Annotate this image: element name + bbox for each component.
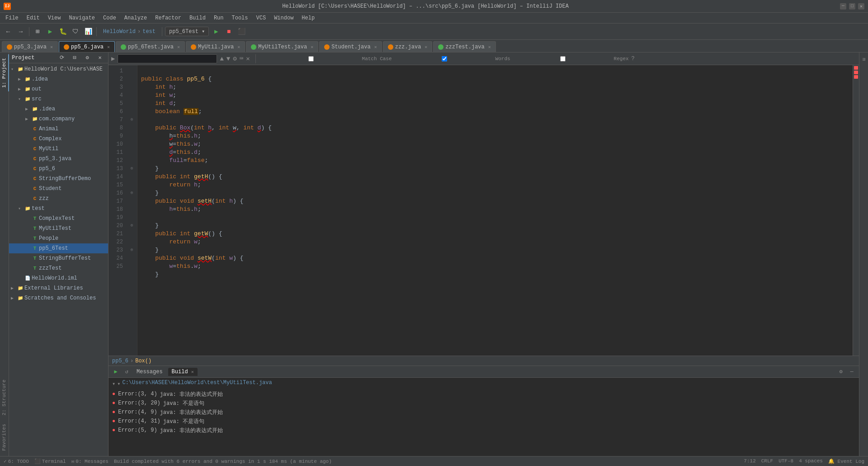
menu-view[interactable]: View xyxy=(44,14,65,22)
indent[interactable]: 4 spaces xyxy=(799,458,823,464)
fold-arrow-7[interactable]: ⊕ xyxy=(127,116,136,124)
fold-arrow-16[interactable]: ⊕ xyxy=(127,189,136,197)
tree-item-complex[interactable]: C Complex xyxy=(9,134,108,144)
words-checkbox[interactable] xyxy=(395,56,494,62)
tree-item-zzz[interactable]: C zzz xyxy=(9,194,108,204)
run-bottom-button[interactable]: ▶ xyxy=(111,367,120,376)
breadcrumb-method[interactable]: Box() xyxy=(135,358,151,364)
tree-item-helloworld-iml[interactable]: 📄 HelloWorld.iml xyxy=(9,273,108,283)
tree-item-student[interactable]: C Student xyxy=(9,184,108,194)
tree-item-idea[interactable]: ▶ 📁 .idea xyxy=(9,74,108,84)
search-close-button[interactable]: ✕ xyxy=(246,55,250,62)
tab-pp5-6test-java[interactable]: pp5_6Test.java ✕ xyxy=(116,41,185,52)
match-case-checkbox[interactable] xyxy=(261,56,361,62)
run-config-debug[interactable]: ⬛ xyxy=(236,26,247,37)
menu-vcs[interactable]: VCS xyxy=(253,14,270,22)
project-tab-button[interactable]: 1: Project xyxy=(0,54,9,91)
tree-item-scratches[interactable]: ▶ 📁 Scratches and Consoles xyxy=(9,293,108,303)
menu-navigate[interactable]: Navigate xyxy=(65,14,99,22)
structure-tab-button[interactable]: 2: Structure xyxy=(0,376,9,419)
menu-file[interactable]: File xyxy=(2,14,22,22)
run-config-run[interactable]: ▶ xyxy=(211,26,222,37)
menu-analyze[interactable]: Analyze xyxy=(121,14,151,22)
menu-refactor[interactable]: Refactor xyxy=(151,14,185,22)
words-option[interactable]: Words xyxy=(395,56,510,62)
tree-item-stringbufferdemo[interactable]: C StringBufferDemo xyxy=(9,174,108,184)
run-config-selector[interactable]: pp5_6Test ▾ xyxy=(165,27,209,36)
search-expand-button[interactable]: ▶ xyxy=(111,55,115,62)
tree-item-out[interactable]: ▶ 📁 out xyxy=(9,84,108,94)
bottom-tab-build-close[interactable]: ✕ xyxy=(191,370,194,375)
tree-item-people[interactable]: T People xyxy=(9,233,108,243)
breadcrumb-class[interactable]: pp5_6 xyxy=(112,358,128,364)
cursor-position[interactable]: 7:12 xyxy=(744,458,755,464)
tab-myutiltest-java[interactable]: MyUtilTest.java ✕ xyxy=(246,41,318,52)
toolbar-debug-button[interactable]: 🐛 xyxy=(57,26,68,37)
tree-item-complextest[interactable]: T ComplexTest xyxy=(9,214,108,223)
tab-close[interactable]: ✕ xyxy=(177,44,180,50)
search-nav-down[interactable]: ▼ xyxy=(226,55,230,62)
tree-item-external-libraries[interactable]: ▶ 📁 External Libraries xyxy=(9,283,108,293)
tree-item-zzztest[interactable]: T zzzTest xyxy=(9,263,108,273)
favorites-tab-button[interactable]: Favorites xyxy=(0,420,9,454)
project-sync-button[interactable]: ⟳ xyxy=(57,52,67,63)
tree-item-myutil[interactable]: C MyUtil xyxy=(9,144,108,154)
search-help-icon[interactable]: ? xyxy=(632,56,635,62)
menu-run[interactable]: Run xyxy=(210,14,227,22)
menu-help[interactable]: Help xyxy=(298,14,318,22)
fold-arrow-20[interactable]: ⊕ xyxy=(127,222,136,230)
tab-close[interactable]: ✕ xyxy=(237,44,240,50)
toolbar-recent-files[interactable]: ⊞ xyxy=(32,26,43,37)
status-terminal[interactable]: ⬛ Terminal xyxy=(34,458,66,464)
toolbar-coverage-button[interactable]: 🛡 xyxy=(70,26,81,37)
bottom-tab-messages[interactable]: Messages xyxy=(133,368,166,376)
tree-item-myutiltest[interactable]: T MyUtilTest xyxy=(9,223,108,233)
tree-item-com-company[interactable]: ▶ 📁 com.company xyxy=(9,114,108,124)
menu-window[interactable]: Window xyxy=(270,14,297,22)
tab-pp5-3-java[interactable]: pp5_3.java ✕ xyxy=(2,41,58,52)
tree-item-stringbuffertest[interactable]: T StringBufferTest xyxy=(9,253,108,263)
match-case-option[interactable]: Match Case xyxy=(261,56,392,62)
tab-zzz-java[interactable]: zzz.java ✕ xyxy=(383,41,433,52)
tab-close[interactable]: ✕ xyxy=(107,44,110,50)
fold-arrow-13[interactable]: ⊕ xyxy=(127,165,136,173)
regex-option[interactable]: Regex xyxy=(513,56,629,62)
project-collapse-button[interactable]: ⊟ xyxy=(69,52,80,63)
tree-item-src[interactable]: ▾ 📁 src xyxy=(9,94,108,104)
bottom-settings-button[interactable]: ⚙ xyxy=(836,367,845,376)
toolbar-forward-button[interactable]: → xyxy=(15,26,26,37)
tab-myutil-java[interactable]: MyUtil.java ✕ xyxy=(186,41,245,52)
tree-item-pp56[interactable]: C pp5_6 xyxy=(9,164,108,174)
menu-code[interactable]: Code xyxy=(99,14,120,22)
build-path-label[interactable]: C:\Users\HASEE\HelloWorld\test\MyUtilTes… xyxy=(122,380,272,386)
toolbar-run-button[interactable]: ▶ xyxy=(45,26,56,37)
status-messages[interactable]: ✉ 0: Messages xyxy=(71,458,108,464)
tab-close[interactable]: ✕ xyxy=(50,44,53,50)
search-case-icon[interactable]: ⌨ xyxy=(240,55,243,62)
tree-item-test-folder[interactable]: ▾ 📁 test xyxy=(9,204,108,214)
tab-pp5-6-java[interactable]: pp5_6.java ✕ xyxy=(59,41,115,52)
fold-arrow-23[interactable]: ⊕ xyxy=(127,246,136,254)
project-close-button[interactable]: ✕ xyxy=(94,52,105,63)
search-filter-icon[interactable]: ⚙ xyxy=(233,55,236,62)
tab-close[interactable]: ✕ xyxy=(311,44,313,50)
tree-item-pp56test[interactable]: T pp5_6Test xyxy=(9,243,108,253)
tree-item-src-idea[interactable]: ▶ 📁 .idea xyxy=(9,104,108,114)
maven-tab-button[interactable]: m xyxy=(860,54,868,65)
rerun-bottom-button[interactable]: ↺ xyxy=(122,367,131,376)
encoding[interactable]: UTF-8 xyxy=(778,458,793,464)
toolbar-profile-button[interactable]: 📊 xyxy=(83,26,94,37)
tab-close[interactable]: ✕ xyxy=(488,44,491,50)
event-log[interactable]: 🔔 Event Log xyxy=(828,458,864,464)
bottom-minimize-button[interactable]: ─ xyxy=(847,367,856,376)
menu-edit[interactable]: Edit xyxy=(23,14,43,22)
module-breadcrumb[interactable]: test xyxy=(142,29,156,35)
minimize-button[interactable]: ─ xyxy=(840,3,846,10)
search-nav-up[interactable]: ▲ xyxy=(220,55,223,62)
project-breadcrumb[interactable]: HelloWorld xyxy=(103,29,136,35)
tree-item-animal[interactable]: C Animal xyxy=(9,124,108,134)
tab-zzztest-java[interactable]: zzzTest.java ✕ xyxy=(433,41,495,52)
bottom-tab-build[interactable]: Build ✕ xyxy=(168,368,198,376)
status-todo[interactable]: ✓ 6: TODO xyxy=(4,458,29,464)
tree-item-helloworld-root[interactable]: ▾ 📁 HelloWorld C:\Users\HASE xyxy=(9,64,108,74)
